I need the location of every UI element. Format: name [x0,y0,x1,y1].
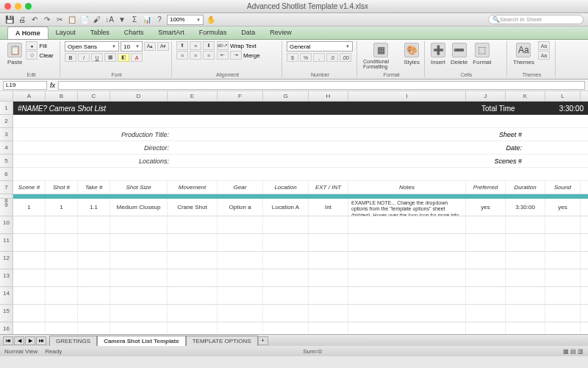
grow-font-icon[interactable]: A▴ [144,42,156,51]
sheet-tab-greetings[interactable]: GREETINGS [49,336,97,346]
italic-button[interactable]: I [78,53,90,62]
col-header[interactable]: D [110,91,168,101]
col-header[interactable]: K [506,91,545,101]
orientation-icon[interactable]: ab↗ [217,41,229,50]
font-size-select[interactable]: 10▼ [121,41,143,52]
tab-review[interactable]: Review [262,26,299,39]
cell[interactable]: EXAMPLE NOTE... Change the dropdown opti… [348,199,466,216]
clear-button[interactable]: ◇ [26,51,37,60]
minimize-icon[interactable] [15,3,21,10]
tab-nav-last-icon[interactable]: ⏭ [36,336,46,345]
col-header[interactable]: L [545,91,581,101]
align-center-icon[interactable]: ≡ [190,51,201,60]
cell[interactable]: yes [466,199,506,216]
view-buttons[interactable]: ▦ ▤ ▥ [563,348,584,355]
currency-icon[interactable]: $ [287,53,298,62]
border-button[interactable]: ▦ [104,53,116,62]
sheet-tab-camera-shot-list[interactable]: Camera Shot List Template [97,336,186,346]
dec-inc-icon[interactable]: .0 [326,53,338,62]
table-row[interactable] [13,252,588,269]
theme-fonts-icon[interactable]: Aa [538,51,550,60]
copy-icon[interactable]: 📋 [67,15,77,25]
row-header[interactable]: 14 [0,287,13,305]
tab-nav-prev-icon[interactable]: ◀ [14,336,24,345]
format-button[interactable]: ⬚Format [471,41,492,67]
save-icon[interactable]: 💾 [4,15,15,25]
row-header[interactable]: 16 [0,322,13,334]
cut-icon[interactable]: ✂ [54,15,65,25]
col-header[interactable]: I [348,91,466,101]
shrink-font-icon[interactable]: A▾ [157,42,169,51]
row-header[interactable]: 10 [0,216,13,234]
tab-nav-first-icon[interactable]: ⏮ [3,336,13,345]
tab-nav-next-icon[interactable]: ▶ [25,336,35,345]
comma-icon[interactable]: , [313,53,325,62]
theme-colors-icon[interactable]: Aa [538,41,550,50]
undo-icon[interactable]: ↶ [29,15,40,25]
font-name-select[interactable]: Open Sans▼ [65,41,119,52]
paste-icon[interactable]: 📄 [79,15,90,25]
format-painter-icon[interactable]: 🖌 [92,15,102,25]
redo-icon[interactable]: ↷ [42,15,52,25]
tab-formulas[interactable]: Formulas [192,26,234,39]
number-format-select[interactable]: General▼ [287,41,353,52]
tab-home[interactable]: A Home [7,26,49,39]
help-icon[interactable]: ? [154,15,165,25]
paste-button[interactable]: 📋Paste [6,41,24,67]
formula-input[interactable] [58,81,585,90]
styles-button[interactable]: 🎨Styles [402,41,421,67]
conditional-formatting-button[interactable]: ▦Conditional Formatting [362,41,400,71]
chart-icon[interactable]: 📊 [142,15,152,25]
delete-button[interactable]: ➖Delete [449,41,469,67]
fill-color-button[interactable]: ◧ [118,53,129,62]
insert-button[interactable]: ➕Insert [429,41,447,67]
row-header[interactable]: 9 [0,199,13,216]
row-header[interactable]: 12 [0,252,13,269]
col-header[interactable]: H [309,91,348,101]
col-header[interactable]: E [168,91,218,101]
col-header[interactable]: C [78,91,110,101]
cell[interactable]: Option a [218,199,263,216]
align-bot-icon[interactable]: ⬇ [203,41,215,50]
tab-charts[interactable]: Charts [117,26,151,39]
filter-icon[interactable]: ▼ [117,15,127,25]
row-header[interactable]: 11 [0,234,13,252]
zoom-select[interactable]: 100%▼ [167,15,204,25]
fx-icon[interactable]: fx [50,82,55,89]
align-top-icon[interactable]: ⬆ [176,41,188,50]
indent-dec-icon[interactable]: ⇤ [217,51,229,60]
cell[interactable]: Location A [263,199,309,216]
col-header[interactable]: G [263,91,309,101]
fill-button[interactable]: ● [26,41,37,50]
dec-dec-icon[interactable]: .00 [340,53,351,62]
col-header[interactable]: J [466,91,506,101]
row-header[interactable]: 7 [0,181,13,194]
cell[interactable]: 1 [13,199,46,216]
table-row[interactable]: 111.1Medium CloseupCrane ShotOption aLoc… [13,199,588,216]
sheet-tab-template-options[interactable]: TEMPLATE OPTIONS [186,336,258,346]
autosum-icon[interactable]: Σ [129,15,140,25]
row-header[interactable]: 15 [0,305,13,322]
print-icon[interactable]: 🖨 [17,15,27,25]
cells-area[interactable]: #NAME? Camera Shot List Total Time3:30:0… [13,102,588,334]
row-header[interactable]: 5 [0,155,13,168]
font-color-button[interactable]: A [131,53,143,62]
col-header[interactable]: F [218,91,263,101]
row-header[interactable]: 2 [0,115,13,128]
cell[interactable]: Medium Closeup [110,199,168,216]
cell[interactable]: Int [309,199,348,216]
row-header[interactable]: 1 [0,102,13,115]
tab-tables[interactable]: Tables [83,26,117,39]
table-row[interactable] [13,287,588,305]
cell[interactable]: 3:30:00 [506,199,545,216]
themes-button[interactable]: AaThemes [512,41,536,67]
tab-layout[interactable]: Layout [49,26,83,39]
close-icon[interactable] [4,3,11,10]
align-left-icon[interactable]: ≡ [176,51,188,60]
col-header[interactable]: B [46,91,78,101]
align-mid-icon[interactable]: ≡ [190,41,201,50]
row-header[interactable]: 3 [0,128,13,141]
underline-button[interactable]: U [91,53,103,62]
select-all-corner[interactable] [0,91,13,101]
col-header[interactable]: A [13,91,46,101]
